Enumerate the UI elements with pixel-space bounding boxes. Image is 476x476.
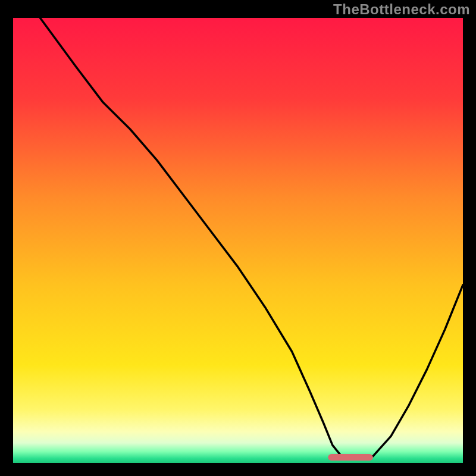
plot-area	[13, 18, 463, 463]
chart-frame: TheBottleneck.com	[0, 0, 476, 476]
watermark-text: TheBottleneck.com	[333, 1, 470, 18]
marker-layer	[13, 18, 463, 463]
optimal-region-marker	[328, 454, 373, 461]
